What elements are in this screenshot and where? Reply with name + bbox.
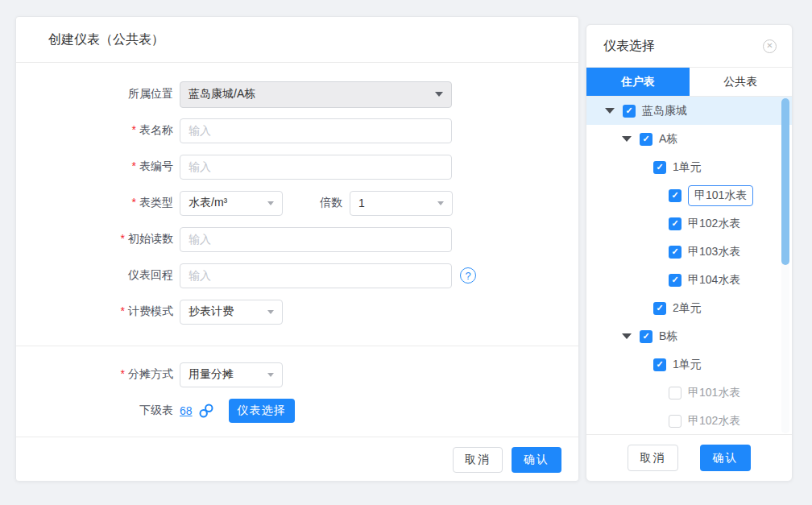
sub-meter-count-link[interactable]: 68 [180,404,193,417]
tree-row-meter-b101[interactable]: 甲101水表 [586,379,792,407]
required-asterisk [121,232,128,245]
meter-tabs: 住户表 公共表 [586,68,792,97]
tree-row-unit-2a[interactable]: 2单元 [586,294,792,322]
meter-return-label: 仪表回程 [16,268,180,283]
panel-cancel-button[interactable]: 取消 [628,445,678,471]
tree-row-building-b[interactable]: B栋 [586,322,792,350]
tree-node-label: 甲102水表 [688,217,740,231]
form-row-meter-no: 表编号 [16,154,578,180]
checkbox-unchecked[interactable] [669,415,682,428]
meter-no-label: 表编号 [139,159,173,172]
meter-select-panel: 仪表选择 住户表 公共表 蓝岛康城 A栋 1单元 甲101水表 甲102水表 [586,24,793,482]
panel-confirm-button[interactable]: 确认 [700,445,751,471]
tree-row-meter-a104[interactable]: 甲104水表 [586,266,792,294]
chevron-down-icon [435,92,443,97]
tab-resident-meter[interactable]: 住户表 [586,68,690,96]
sub-meters-label: 下级表 [16,404,180,418]
initial-reading-input[interactable] [180,227,452,252]
billing-mode-label: 计费模式 [128,304,173,317]
billing-mode-value: 抄表计费 [188,304,263,319]
tree-row-building-a[interactable]: A栋 [586,125,792,153]
checkbox-checked[interactable] [653,161,666,174]
meter-name-input[interactable] [180,118,452,143]
checkbox-checked[interactable] [623,105,636,118]
form-row-share-method: 分摊方式 用量分摊 [16,362,578,387]
form-row-meter-type: 表类型 水表/m³ 倍数 1 [16,190,578,216]
meter-no-input[interactable] [180,155,452,180]
chevron-down-icon [267,310,274,314]
checkbox-checked[interactable] [669,274,682,287]
required-asterisk [132,159,139,172]
dialog-footer: 取消 确认 [16,437,578,482]
meter-name-label: 表名称 [139,123,173,136]
chevron-down-icon [267,201,274,205]
link-chain-icon[interactable] [198,403,214,419]
caret-down-icon[interactable] [605,108,615,114]
checkbox-checked[interactable] [669,189,682,202]
chevron-down-icon [267,373,274,377]
meter-type-label: 表类型 [139,196,173,209]
form-row-location: 所属位置 蓝岛康城/A栋 [16,81,578,107]
meter-return-input[interactable] [180,263,452,288]
panel-header: 仪表选择 [586,25,792,68]
multiplier-label: 倍数 [320,196,342,210]
required-asterisk [121,367,128,380]
scrollbar-thumb[interactable] [781,98,789,265]
tree-row-meter-a103[interactable]: 甲103水表 [586,238,792,266]
required-asterisk [121,304,128,317]
meter-type-select[interactable]: 水表/m³ [180,191,283,216]
tree-node-label: 1单元 [673,358,702,372]
form-row-meter-name: 表名称 [16,118,578,143]
share-section: 分摊方式 用量分摊 下级表 68 仪表选择 [16,346,578,424]
tree-row-meter-a102[interactable]: 甲102水表 [586,209,792,238]
multiplier-value: 1 [358,197,433,209]
location-select[interactable]: 蓝岛康城/A栋 [180,81,452,108]
billing-mode-select[interactable]: 抄表计费 [180,300,283,325]
form-row-billing-mode: 计费模式 抄表计费 [16,299,578,325]
caret-down-icon[interactable] [622,136,632,142]
checkbox-unchecked[interactable] [669,387,682,399]
checkbox-checked[interactable] [653,358,666,371]
panel-footer: 取消 确认 [586,434,792,481]
share-method-value: 用量分摊 [188,367,263,382]
create-meter-dialog: 创建仪表（公共表） 所属位置 蓝岛康城/A栋 表名称 表编号 表类型 水表/m³… [15,16,579,482]
checkbox-checked[interactable] [640,133,652,146]
cancel-button[interactable]: 取消 [453,447,503,473]
form-row-initial-reading: 初始读数 [16,226,578,252]
tab-public-meter[interactable]: 公共表 [690,68,793,96]
close-icon[interactable] [763,39,777,53]
tree-node-label-focused[interactable]: 甲101水表 [688,185,753,206]
tree-node-label: 甲101水表 [688,386,740,400]
tree-node-label: 甲103水表 [688,245,740,259]
meter-tree: 蓝岛康城 A栋 1单元 甲101水表 甲102水表 甲103水表 甲104水表 [586,97,792,434]
form-body: 所属位置 蓝岛康城/A栋 表名称 表编号 表类型 水表/m³ 倍数 1 [16,63,578,424]
checkbox-checked[interactable] [669,246,682,259]
checkbox-checked[interactable] [653,302,666,315]
chevron-down-icon [437,201,444,205]
form-row-meter-return: 仪表回程 [16,263,578,288]
tree-node-label: 2单元 [673,301,702,316]
share-method-select[interactable]: 用量分摊 [180,362,283,387]
tree-row-unit-1a[interactable]: 1单元 [586,153,792,181]
help-question-icon[interactable] [460,267,476,284]
dialog-header: 创建仪表（公共表） [16,17,578,63]
share-method-label: 分摊方式 [128,367,173,380]
checkbox-checked[interactable] [640,330,652,343]
tree-node-label: B栋 [659,329,677,344]
tree-row-meter-b102[interactable]: 甲102水表 [586,407,792,434]
confirm-button[interactable]: 确认 [512,447,561,473]
tree-node-label: 甲102水表 [688,414,740,428]
form-row-sub-meters: 下级表 68 仪表选择 [16,398,578,424]
meter-type-value: 水表/m³ [188,196,263,210]
checkbox-checked[interactable] [669,217,682,230]
panel-title: 仪表选择 [603,38,655,55]
multiplier-select[interactable]: 1 [350,191,453,216]
tree-row-unit-1b[interactable]: 1单元 [586,350,792,379]
tree-row-community[interactable]: 蓝岛康城 [586,97,792,125]
caret-down-icon[interactable] [622,333,632,339]
tree-node-label: 甲104水表 [688,273,740,288]
tree-row-meter-a101[interactable]: 甲101水表 [586,181,792,209]
open-meter-select-button[interactable]: 仪表选择 [229,399,295,423]
required-asterisk [132,196,139,209]
initial-reading-label: 初始读数 [128,232,173,245]
